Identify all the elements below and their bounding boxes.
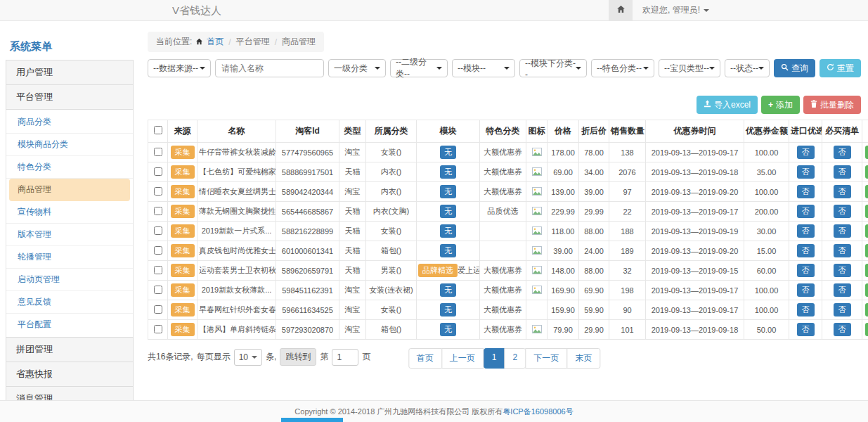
coupon-time: 2019-09-13—2019-09-20 <box>646 241 744 261</box>
import-select-toggle[interactable]: 否 <box>797 185 815 198</box>
import-select-toggle[interactable]: 否 <box>797 323 815 336</box>
sidebar-item-特色分类[interactable]: 特色分类 <box>6 156 133 179</box>
select-module[interactable]: --模块-- <box>452 59 515 77</box>
coupon-time: 2019-09-13—2019-09-17 <box>646 281 744 300</box>
row-checkbox[interactable] <box>154 148 162 156</box>
select-item-type[interactable]: --宝贝类型-- <box>659 59 720 77</box>
import-select-toggle[interactable]: 否 <box>797 165 815 179</box>
sidebar-item-宣传物料[interactable]: 宣传物料 <box>6 201 133 224</box>
batch-delete-button[interactable]: 批量删除 <box>803 96 861 114</box>
status-toggle[interactable]: 上架 <box>865 146 868 159</box>
icp-link[interactable]: 粤ICP备16098006号 <box>503 407 573 416</box>
select-data-source[interactable]: --数据来源-- <box>148 59 211 77</box>
must-buy-toggle[interactable]: 否 <box>834 185 851 198</box>
import-select-toggle[interactable]: 否 <box>797 264 815 277</box>
must-buy-toggle[interactable]: 否 <box>834 224 851 238</box>
table-row: 采集【港风】单肩斜挎链条...597293020870淘宝箱包()无大额优惠券7… <box>148 320 868 340</box>
chevron-down-icon <box>758 67 764 70</box>
must-buy-toggle[interactable]: 否 <box>834 205 851 218</box>
sidebar-item-平台配置[interactable]: 平台配置 <box>6 314 133 335</box>
sidebar-item-商品管理[interactable]: 商品管理 <box>9 179 130 201</box>
row-checkbox[interactable] <box>154 325 162 333</box>
sidebar-group-拼团管理[interactable]: 拼团管理 <box>6 337 134 362</box>
status-toggle[interactable]: 上架 <box>865 303 868 316</box>
last-page-button[interactable]: 末页 <box>566 348 600 369</box>
import-select-toggle[interactable]: 否 <box>797 283 815 297</box>
status-toggle[interactable]: 上架 <box>865 185 868 198</box>
module-cell: 无 <box>417 320 480 340</box>
must-buy-toggle[interactable]: 否 <box>834 146 851 159</box>
must-buy-toggle[interactable]: 否 <box>834 244 851 257</box>
feature-category: 大额优惠券 <box>480 320 526 340</box>
import-select-toggle[interactable]: 否 <box>797 224 815 238</box>
status-toggle[interactable]: 上架 <box>865 244 868 257</box>
name-search-input[interactable] <box>215 59 324 77</box>
row-checkbox[interactable] <box>154 305 162 314</box>
status-toggle[interactable]: 上架 <box>865 224 868 238</box>
row-checkbox[interactable] <box>154 246 162 255</box>
must-buy-toggle[interactable]: 否 <box>834 323 851 336</box>
status-toggle[interactable]: 上架 <box>865 283 868 297</box>
row-checkbox[interactable] <box>154 207 162 215</box>
row-checkbox[interactable] <box>154 266 162 274</box>
source-badge: 采集 <box>171 303 195 316</box>
sidebar-item-版本管理[interactable]: 版本管理 <box>6 224 133 246</box>
import-select-toggle[interactable]: 否 <box>797 205 815 218</box>
row-checkbox[interactable] <box>154 226 162 235</box>
status-toggle[interactable]: 上架 <box>865 264 868 277</box>
col-coupon-time: 优惠券时间 <box>646 120 744 143</box>
table-row: 采集牛仔背带裤女秋装减龄...577479560965淘宝女装()无大额优惠券1… <box>148 143 868 162</box>
breadcrumb-home-link[interactable]: 首页 <box>207 36 224 48</box>
sidebar-item-启动页管理[interactable]: 启动页管理 <box>6 269 133 291</box>
import-select-toggle[interactable]: 否 <box>797 303 815 316</box>
sidebar-item-模块商品分类[interactable]: 模块商品分类 <box>6 134 133 156</box>
must-buy-toggle[interactable]: 否 <box>834 264 851 277</box>
import-select-toggle[interactable]: 否 <box>797 146 815 159</box>
sidebar-item-商品分类[interactable]: 商品分类 <box>6 111 133 134</box>
coupon-amount: 200.00 <box>744 202 789 222</box>
per-page-select[interactable]: 10 <box>234 349 262 366</box>
first-page-button[interactable]: 首页 <box>408 348 442 369</box>
select-module-sub[interactable]: --模块下分类-- <box>519 59 587 77</box>
taoke-id: 597293020870 <box>276 320 339 340</box>
chevron-down-icon <box>252 356 257 359</box>
page-button-1[interactable]: 1 <box>484 348 505 369</box>
home-button[interactable] <box>609 0 633 20</box>
page-button-2[interactable]: 2 <box>505 348 526 369</box>
product-category: 箱包() <box>366 320 417 340</box>
search-button[interactable]: 查询 <box>774 59 815 77</box>
row-checkbox[interactable] <box>154 167 162 176</box>
sidebar-group-platform[interactable]: 平台管理 <box>6 84 134 110</box>
sidebar-item-轮播管理[interactable]: 轮播管理 <box>6 246 133 269</box>
select-all-checkbox[interactable] <box>154 126 162 134</box>
status-toggle[interactable]: 上架 <box>865 323 868 336</box>
sidebar-group-users[interactable]: 用户管理 <box>6 60 134 85</box>
status-toggle[interactable]: 上架 <box>865 205 868 218</box>
import-excel-button[interactable]: 导入excel <box>697 96 758 114</box>
user-menu[interactable]: 欢迎您, 管理员! <box>642 4 709 16</box>
source-badge: 采集 <box>171 205 195 218</box>
select-feature-category[interactable]: --特色分类-- <box>591 59 654 77</box>
jump-button[interactable]: 跳转到 <box>280 348 316 366</box>
select-status[interactable]: --状态-- <box>725 59 770 77</box>
row-checkbox[interactable] <box>154 286 162 294</box>
add-button[interactable]: + 添加 <box>761 96 800 114</box>
discount-price: 39.00 <box>579 182 609 202</box>
prev-page-button[interactable]: 上一页 <box>441 348 484 369</box>
must-buy-toggle[interactable]: 否 <box>834 165 851 179</box>
must-buy-toggle[interactable]: 否 <box>834 303 851 316</box>
row-checkbox[interactable] <box>154 187 162 196</box>
sidebar-item-意见反馈[interactable]: 意见反馈 <box>6 291 133 314</box>
footer: Copyright © 2014-2018 广州九驰网络科技有限公司 版权所有粤… <box>0 400 868 422</box>
next-page-button[interactable]: 下一页 <box>525 348 567 369</box>
must-buy-toggle[interactable]: 否 <box>834 283 851 297</box>
select-level1-category[interactable]: 一级分类 <box>328 59 386 77</box>
reset-button[interactable]: 重置 <box>820 59 861 77</box>
sidebar-group-省惠快报[interactable]: 省惠快报 <box>6 362 134 387</box>
import-select-toggle[interactable]: 否 <box>797 244 815 257</box>
source-badge: 采集 <box>171 224 195 238</box>
bottom-scrollbar-thumb[interactable] <box>281 418 343 422</box>
select-level2-category[interactable]: --二级分类-- <box>390 59 448 77</box>
page-number-input[interactable] <box>332 349 358 366</box>
status-toggle[interactable]: 上架 <box>865 165 868 179</box>
